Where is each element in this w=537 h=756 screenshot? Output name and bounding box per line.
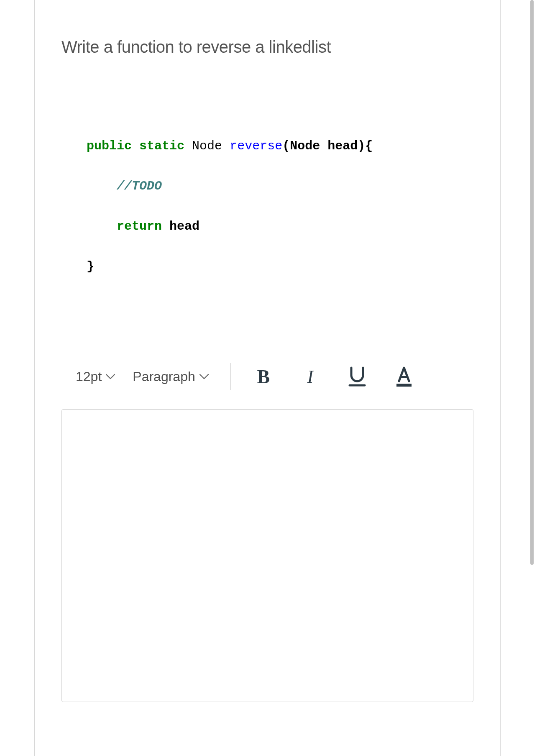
text-color-icon — [395, 366, 413, 387]
italic-button[interactable]: I — [299, 366, 321, 387]
signature-tail: (Node head){ — [282, 139, 373, 153]
underline-button[interactable] — [346, 366, 368, 387]
font-size-dropdown[interactable]: 12pt — [76, 369, 115, 384]
text-color-button[interactable] — [393, 366, 415, 387]
bold-icon: B — [257, 366, 270, 388]
code-line-signature: public static Node reverse(Node head){ — [87, 136, 473, 156]
code-line-close: } — [87, 256, 473, 277]
svg-rect-2 — [396, 384, 412, 387]
toolbar-separator — [230, 363, 231, 390]
block-type-dropdown[interactable]: Paragraph — [133, 369, 208, 384]
close-brace: } — [87, 259, 94, 274]
underline-icon — [348, 366, 366, 387]
editor-toolbar: 12pt Paragraph — [35, 352, 500, 401]
return-value: head — [162, 219, 199, 233]
block-type-value: Paragraph — [133, 369, 195, 384]
question-title: Write a function to reverse a linkedlist — [61, 38, 473, 56]
question-panel: Write a function to reverse a linkedlist… — [34, 0, 501, 756]
bold-button[interactable]: B — [253, 366, 274, 387]
code-line-return: return head — [87, 216, 473, 236]
comment-todo: //TODO — [117, 179, 162, 193]
keyword-static: static — [139, 139, 184, 153]
keyword-return: return — [117, 219, 162, 233]
code-line-comment: //TODO — [87, 176, 473, 196]
chevron-down-icon — [106, 374, 115, 379]
chevron-down-icon — [199, 374, 209, 379]
type-node: Node — [192, 139, 222, 153]
question-section: Write a function to reverse a linkedlist… — [35, 0, 500, 277]
function-name: reverse — [230, 139, 282, 153]
scrollbar-thumb[interactable] — [530, 0, 534, 565]
italic-icon: I — [307, 366, 313, 387]
font-size-value: 12pt — [76, 369, 102, 384]
page-frame: Write a function to reverse a linkedlist… — [0, 0, 534, 756]
scrollbar-track[interactable] — [530, 0, 534, 756]
keyword-public: public — [87, 139, 132, 153]
format-buttons: B I — [253, 366, 415, 387]
rich-text-editor[interactable] — [61, 409, 473, 702]
code-snippet: public static Node reverse(Node head){ /… — [61, 136, 473, 277]
